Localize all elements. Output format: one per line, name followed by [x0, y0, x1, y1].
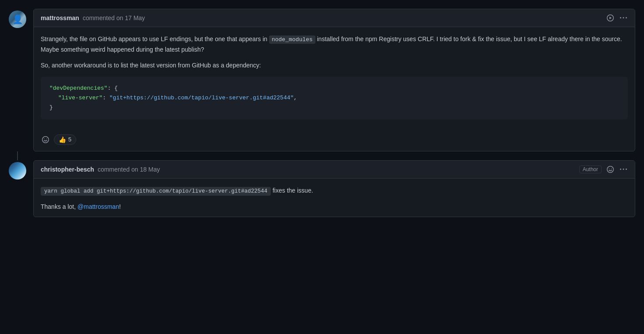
- comment-paragraph-2: So, another workaround is to list the la…: [41, 60, 628, 70]
- reactions-bar-1: 👍 5: [34, 131, 635, 151]
- mention-mattrossman[interactable]: @mattrossman: [77, 203, 119, 210]
- code-string-1: "git+https://github.com/tapio/live-serve…: [109, 95, 294, 101]
- smiley-icon-2: [607, 166, 614, 173]
- more-options-button-2[interactable]: [619, 165, 628, 174]
- comment-header-left-1: mattrossman commented on 17 May: [41, 14, 606, 21]
- comment-box-1: mattrossman commented on 17 May: [33, 9, 635, 151]
- comment-header-left-2: christopher-besch commented on 18 May: [41, 166, 579, 173]
- three-dots-icon-1: [620, 14, 627, 21]
- thread-connector: [17, 151, 18, 160]
- page-container: mattrossman commented on 17 May: [0, 0, 644, 334]
- emoji-reaction-button-1[interactable]: [606, 14, 615, 22]
- comment-box-2: christopher-besch commented on 18 May Au…: [33, 160, 635, 217]
- comment-paragraph-4: Thanks a lot, @mattrossman!: [41, 202, 628, 211]
- comment-author-1[interactable]: mattrossman: [41, 14, 79, 21]
- code-line-3: }: [49, 103, 619, 113]
- smiley-icon-1: [607, 14, 614, 21]
- code-key-2: "live-server": [58, 95, 102, 101]
- comment-2-wrapper: christopher-besch commented on 18 May Au…: [9, 160, 635, 226]
- more-options-button-1[interactable]: [619, 14, 628, 22]
- avatar-christopher: [9, 162, 26, 179]
- comment-header-right-2: Author: [579, 165, 628, 174]
- code-block-1: "devDependencies": { "live-server": "git…: [41, 77, 628, 120]
- thumbs-up-emoji-1: 👍: [59, 136, 66, 143]
- smiley-small-icon-1: [42, 136, 49, 143]
- comment-body-2: yarn global add git+https://github.com/t…: [34, 179, 635, 217]
- three-dots-icon-2: [620, 166, 627, 173]
- comment-header-1: mattrossman commented on 17 May: [34, 9, 635, 27]
- comment-meta-2: commented on 18 May: [98, 166, 160, 173]
- add-reaction-emoji-1[interactable]: [41, 135, 50, 144]
- code-line-2: "live-server": "git+https://github.com/t…: [49, 93, 619, 103]
- code-line-1: "devDependencies": {: [49, 84, 619, 93]
- comment-paragraph-1: Strangely, the file on GitHub appears to…: [41, 34, 628, 54]
- inline-code-node-modules: node_modules: [269, 35, 315, 44]
- emoji-reaction-button-2[interactable]: [606, 165, 615, 174]
- thumbs-up-reaction-1[interactable]: 👍 5: [54, 134, 76, 145]
- comment-paragraph-3: yarn global add git+https://github.com/t…: [41, 186, 628, 196]
- comment-header-2: christopher-besch commented on 18 May Au…: [34, 161, 635, 179]
- comment-1-wrapper: mattrossman commented on 17 May: [9, 0, 635, 151]
- comment-meta-1: commented on 17 May: [83, 14, 145, 21]
- comment-author-2[interactable]: christopher-besch: [41, 166, 94, 173]
- code-key-1: "devDependencies": [49, 85, 108, 91]
- comment-text-after-code: fixes the issue.: [271, 187, 313, 194]
- inline-code-yarn: yarn global add git+https://github.com/t…: [41, 187, 271, 196]
- author-badge: Author: [579, 165, 602, 173]
- comment-header-right-1: [606, 14, 628, 22]
- avatar-mattrossman: [9, 11, 26, 28]
- thumbs-up-count-1: 5: [68, 136, 71, 143]
- comment-body-1: Strangely, the file on GitHub appears to…: [34, 27, 635, 131]
